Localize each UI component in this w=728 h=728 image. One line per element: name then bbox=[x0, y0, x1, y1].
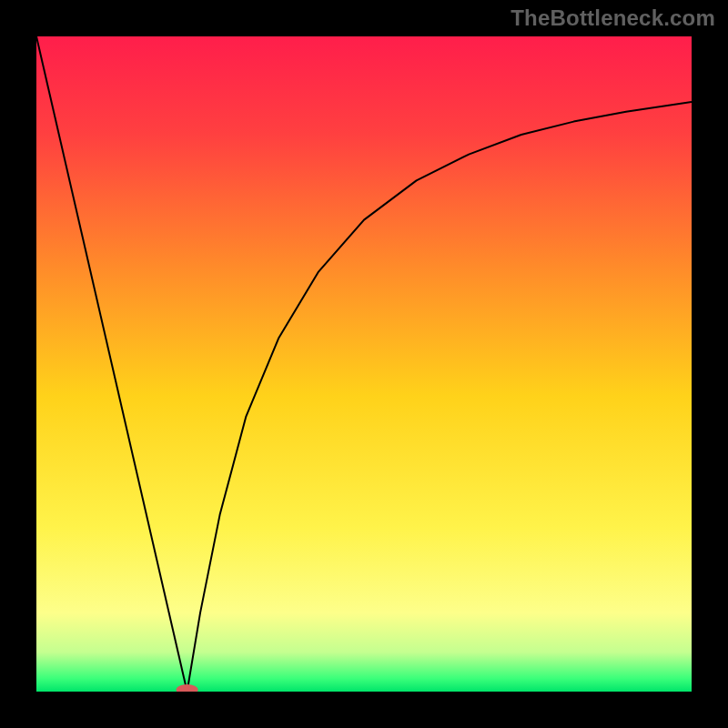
gradient-background bbox=[36, 36, 692, 692]
watermark-text: TheBottleneck.com bbox=[511, 5, 715, 31]
plot-area bbox=[36, 36, 692, 692]
chart-svg bbox=[36, 36, 692, 692]
chart-frame: TheBottleneck.com bbox=[0, 0, 728, 728]
